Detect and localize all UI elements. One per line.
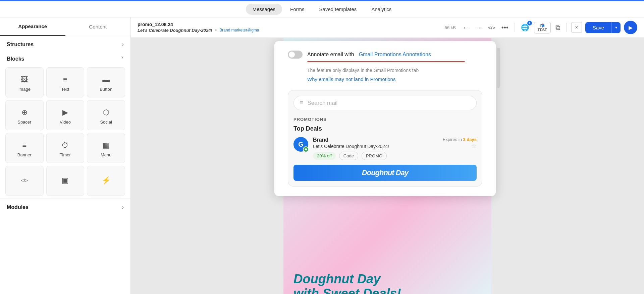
- save-button-group: Save ▾: [585, 22, 621, 33]
- block-menu-label: Menu: [101, 152, 112, 157]
- test-label: TEST: [538, 28, 547, 32]
- email-header-bar: promo_12.08.24 Let's Celebrate Doughnut …: [131, 17, 644, 38]
- promo-email-top: Brand Expires in 3 days: [313, 137, 477, 143]
- block-video[interactable]: ▶ Video: [46, 100, 85, 130]
- gmail-annotations-link[interactable]: Gmail Promotions Annotations: [359, 52, 431, 58]
- close-icon: ×: [575, 24, 578, 30]
- block-text-label: Text: [61, 87, 69, 92]
- text-icon: ≡: [63, 75, 67, 84]
- tab-messages[interactable]: Messages: [246, 4, 282, 15]
- language-button[interactable]: 🌐 1: [520, 22, 531, 33]
- gmail-search-bar[interactable]: ≡ Search mail: [293, 96, 477, 110]
- block-text[interactable]: ≡ Text: [46, 67, 85, 97]
- more-options-button[interactable]: •••: [500, 22, 510, 33]
- cta-preview-strip: Doughnut Day: [293, 165, 477, 181]
- toolbar-divider-1: [515, 23, 515, 32]
- annotate-toggle-row: Annotate email with Gmail Promotions Ann…: [288, 51, 482, 59]
- hamburger-icon: ≡: [300, 99, 304, 106]
- gmail-panel-card: Annotate email with Gmail Promotions Ann…: [274, 41, 496, 196]
- text-amp-icon: ⚡: [102, 176, 111, 185]
- undo-button[interactable]: ←: [461, 22, 471, 33]
- redo-icon: →: [475, 24, 482, 31]
- brand-avatar-sub: [303, 146, 309, 152]
- gmail-search-placeholder: Search mail: [308, 100, 338, 106]
- save-dropdown-button[interactable]: ▾: [611, 22, 621, 33]
- block-img-text[interactable]: ▣: [46, 166, 85, 196]
- block-banner-label: Banner: [17, 152, 32, 157]
- test-button[interactable]: 📬 TEST: [534, 22, 551, 33]
- block-code[interactable]: </>: [5, 166, 44, 196]
- code-tag: Code: [339, 152, 358, 160]
- close-button[interactable]: ×: [571, 22, 582, 33]
- image-icon: 🖼: [21, 75, 28, 84]
- chevron-down-icon: ▾: [615, 25, 617, 30]
- redo-button[interactable]: →: [474, 22, 483, 33]
- tab-forms[interactable]: Forms: [283, 4, 311, 15]
- preview-button[interactable]: ▶: [624, 21, 637, 34]
- annotate-text-label: Annotate email with: [307, 52, 354, 58]
- img-text-icon: ▣: [62, 176, 69, 185]
- block-spacer-label: Spacer: [17, 120, 31, 125]
- block-timer[interactable]: ⏱ Timer: [46, 133, 85, 163]
- modules-chevron-icon[interactable]: ›: [122, 204, 124, 210]
- block-text-amp[interactable]: ⚡: [87, 166, 125, 196]
- sidebar-tab-content[interactable]: Content: [65, 17, 131, 36]
- code-view-button[interactable]: </>: [487, 23, 497, 32]
- block-button-label: Button: [100, 87, 112, 92]
- menu-icon: ▦: [103, 141, 110, 150]
- scrollbar-thumb: [497, 48, 500, 88]
- email-brand: Brand marketer@gma: [219, 28, 259, 32]
- tab-saved-templates[interactable]: Saved templates: [313, 4, 364, 15]
- structures-section-header: Structures ›: [0, 36, 130, 50]
- promotions-label: PROMOTIONS: [293, 117, 477, 122]
- copy-button[interactable]: ⧉: [554, 22, 561, 33]
- annotate-toggle[interactable]: [288, 51, 303, 59]
- gmail-annotation-panel: Annotate email with Gmail Promotions Ann…: [131, 38, 644, 294]
- top-deals-label: Top Deals: [293, 125, 477, 132]
- block-banner[interactable]: ≡ Banner: [5, 133, 44, 163]
- block-menu[interactable]: ▦ Menu: [87, 133, 125, 163]
- play-icon: ▶: [629, 24, 633, 31]
- block-image[interactable]: 🖼 Image: [5, 67, 44, 97]
- blocks-section-header: Blocks ˅: [0, 50, 130, 65]
- block-timer-label: Timer: [60, 152, 71, 157]
- banner-icon: ≡: [22, 141, 26, 150]
- why-emails-link[interactable]: Why emails may not land in Promotions: [307, 76, 482, 82]
- blocks-grid: 🖼 Image ≡ Text ▬ Button ⊕ Spacer ▶ Video…: [0, 65, 130, 199]
- email-meta: promo_12.08.24 Let's Celebrate Doughnut …: [138, 22, 439, 33]
- block-image-label: Image: [18, 87, 31, 92]
- copy-icon: ⧉: [555, 24, 560, 31]
- block-button[interactable]: ▬ Button: [87, 67, 125, 97]
- file-size: 56 kB: [445, 25, 456, 30]
- promo-code-tag: PROMO: [362, 152, 387, 160]
- blocks-label: Blocks: [7, 56, 24, 62]
- block-spacer[interactable]: ⊕ Spacer: [5, 100, 44, 130]
- gmail-mockup: ≡ Search mail PROMOTIONS Top Deals G: [288, 90, 482, 187]
- modules-label: Modules: [7, 204, 29, 210]
- brand-avatar-dot: [305, 148, 307, 150]
- left-sidebar: Appearance Content Structures › Blocks ˅…: [0, 17, 131, 294]
- toolbar-icons: ← → </> ••• 🌐 1 📬 TEST: [461, 21, 637, 34]
- structures-chevron-icon[interactable]: ›: [122, 42, 124, 48]
- block-social-label: Social: [100, 120, 112, 125]
- sidebar-tab-appearance[interactable]: Appearance: [0, 17, 65, 36]
- more-options-icon: •••: [501, 24, 508, 31]
- center-area: promo_12.08.24 Let's Celebrate Doughnut …: [131, 17, 644, 294]
- code-view-icon: </>: [488, 25, 495, 30]
- blocks-chevron-icon[interactable]: ˅: [121, 56, 124, 62]
- email-subject: Let's Celebrate Doughnut Day-2024!: [138, 28, 212, 33]
- sidebar-tab-bar: Appearance Content: [0, 17, 130, 36]
- brand-name: Brand: [313, 137, 328, 143]
- tab-analytics[interactable]: Analytics: [365, 4, 398, 15]
- brand-avatar: G: [293, 137, 308, 152]
- expires-text: Expires in 3 days: [443, 137, 477, 142]
- toolbar-divider-2: [566, 23, 567, 32]
- red-underline-decoration: [307, 61, 465, 62]
- content-wrapper: ess Doughnut Day with Swee: [131, 38, 644, 294]
- promo-email-item[interactable]: G Brand Expires in 3 days: [293, 137, 477, 160]
- block-social[interactable]: ⬡ Social: [87, 100, 125, 130]
- save-button[interactable]: Save: [585, 22, 611, 33]
- star-icon[interactable]: ☆: [471, 142, 477, 150]
- feature-note: The feature only displays in the Gmail P…: [307, 68, 482, 73]
- discount-tag: 20% off: [313, 152, 336, 160]
